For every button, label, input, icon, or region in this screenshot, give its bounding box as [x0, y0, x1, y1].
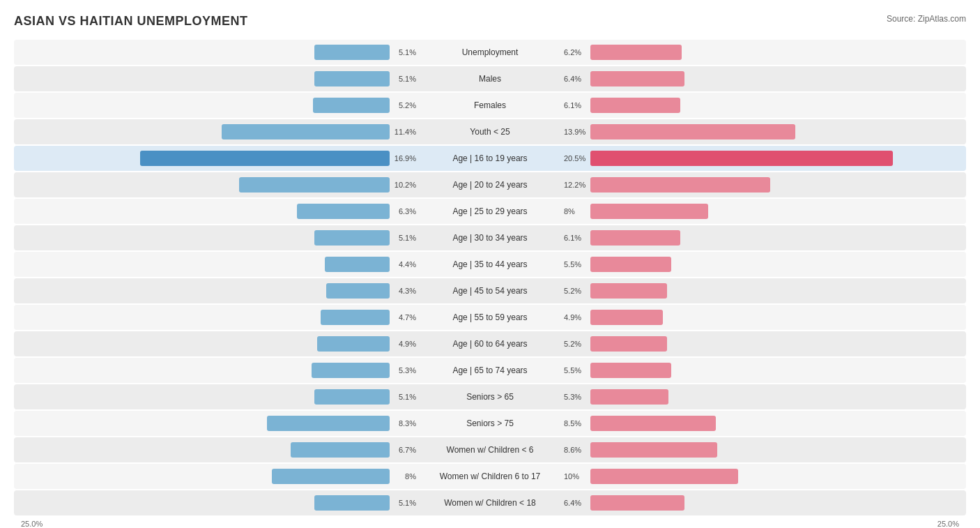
- bar-left-container: [21, 283, 390, 299]
- row-label: Males: [420, 74, 560, 84]
- left-value: 4.4%: [390, 260, 416, 269]
- bar-right-container: [590, 363, 959, 378]
- left-value: 4.7%: [390, 313, 416, 322]
- right-section: 13.9%: [560, 124, 959, 139]
- row-label: Age | 30 to 34 years: [420, 233, 560, 243]
- left-section: 4.4%: [21, 257, 420, 272]
- bar-right-container: [590, 71, 959, 86]
- left-section: 8%: [21, 469, 420, 484]
- bar-left-container: [21, 177, 390, 193]
- table-row: 5.1% Unemployment 6.2%: [14, 40, 966, 65]
- bar-haitian: [590, 71, 684, 86]
- row-layout: 5.3% Age | 65 to 74 years 5.5%: [14, 358, 966, 383]
- right-value: 12.2%: [564, 181, 590, 189]
- chart-source: Source: ZipAtlas.com: [887, 14, 966, 24]
- bar-haitian: [590, 124, 795, 139]
- bar-haitian: [590, 230, 680, 246]
- row-layout: 16.9% Age | 16 to 19 years 20.5%: [14, 146, 966, 171]
- bar-haitian: [590, 257, 671, 272]
- table-row: 11.4% Youth < 25 13.9%: [14, 119, 966, 144]
- bar-asian: [314, 495, 390, 511]
- row-layout: 4.3% Age | 45 to 54 years 5.2%: [14, 278, 966, 303]
- right-value: 5.2%: [564, 287, 590, 295]
- bar-right-container: [590, 442, 959, 458]
- table-row: 5.3% Age | 65 to 74 years 5.5%: [14, 358, 966, 383]
- row-layout: 5.1% Women w/ Children < 18 6.4%: [14, 490, 966, 515]
- left-section: 6.7%: [21, 442, 420, 458]
- left-value: 4.3%: [390, 287, 416, 295]
- table-row: 16.9% Age | 16 to 19 years 20.5%: [14, 146, 966, 171]
- right-section: 8%: [560, 204, 959, 219]
- right-value: 6.1%: [564, 234, 590, 242]
- bar-asian: [312, 363, 390, 378]
- bar-left-container: [21, 45, 390, 60]
- row-label: Unemployment: [420, 47, 560, 57]
- right-section: 6.2%: [560, 45, 959, 60]
- bar-left-container: [21, 363, 390, 378]
- right-value: 8%: [564, 207, 590, 216]
- row-label: Age | 25 to 29 years: [420, 206, 560, 216]
- bar-asian: [314, 45, 390, 60]
- row-label: Women w/ Children < 6: [420, 445, 560, 455]
- bar-right-container: [590, 336, 959, 352]
- right-section: 5.5%: [560, 363, 959, 378]
- bar-right-container: [590, 177, 959, 193]
- right-section: 6.1%: [560, 230, 959, 246]
- row-layout: 11.4% Youth < 25 13.9%: [14, 119, 966, 144]
- table-row: 10.2% Age | 20 to 24 years 12.2%: [14, 172, 966, 197]
- bar-asian: [317, 336, 390, 352]
- left-value: 8.3%: [390, 419, 416, 428]
- bar-right-container: [590, 495, 959, 511]
- left-section: 5.3%: [21, 363, 420, 378]
- row-label: Age | 65 to 74 years: [420, 365, 560, 375]
- right-section: 5.3%: [560, 389, 959, 405]
- row-label: Age | 45 to 54 years: [420, 286, 560, 296]
- bar-left-container: [21, 151, 390, 166]
- right-value: 6.1%: [564, 101, 590, 110]
- bar-asian: [325, 257, 390, 272]
- bar-right-container: [590, 257, 959, 272]
- bar-asian: [272, 469, 390, 484]
- left-section: 5.1%: [21, 389, 420, 405]
- bar-haitian: [590, 442, 717, 458]
- row-layout: 4.7% Age | 55 to 59 years 4.9%: [14, 305, 966, 330]
- bar-right-container: [590, 283, 959, 299]
- bar-left-container: [21, 204, 390, 219]
- row-label: Age | 60 to 64 years: [420, 339, 560, 349]
- bar-left-container: [21, 469, 390, 484]
- right-value: 8.5%: [564, 419, 590, 428]
- left-section: 5.2%: [21, 98, 420, 113]
- left-value: 5.1%: [390, 393, 416, 401]
- row-layout: 5.1% Seniors > 65 5.3%: [14, 384, 966, 409]
- table-row: 6.3% Age | 25 to 29 years 8%: [14, 199, 966, 224]
- left-value: 5.2%: [390, 101, 416, 110]
- bar-haitian: [590, 283, 667, 299]
- right-value: 6.4%: [564, 499, 590, 507]
- left-section: 10.2%: [21, 177, 420, 193]
- bar-haitian: [590, 151, 893, 166]
- scale-row: 25.0% 25.0%: [14, 517, 966, 528]
- table-row: 8% Women w/ Children 6 to 17 10%: [14, 464, 966, 489]
- bar-right-container: [590, 124, 959, 139]
- left-section: 5.1%: [21, 495, 420, 511]
- left-value: 6.3%: [390, 207, 416, 216]
- row-layout: 6.3% Age | 25 to 29 years 8%: [14, 199, 966, 224]
- table-row: 5.2% Females 6.1%: [14, 93, 966, 118]
- chart-body: 5.1% Unemployment 6.2% 5.1% Males 6.4%: [14, 40, 966, 515]
- left-value: 4.9%: [390, 340, 416, 348]
- row-layout: 4.9% Age | 60 to 64 years 5.2%: [14, 331, 966, 356]
- table-row: 5.1% Age | 30 to 34 years 6.1%: [14, 225, 966, 250]
- left-section: 5.1%: [21, 71, 420, 86]
- bar-haitian: [590, 469, 738, 484]
- row-layout: 5.1% Age | 30 to 34 years 6.1%: [14, 225, 966, 250]
- bar-left-container: [21, 416, 390, 431]
- right-section: 6.4%: [560, 71, 959, 86]
- row-layout: 4.4% Age | 35 to 44 years 5.5%: [14, 252, 966, 277]
- bar-haitian: [590, 177, 770, 193]
- bar-haitian: [590, 45, 682, 60]
- scale-right: 25.0%: [937, 520, 959, 528]
- table-row: 5.1% Women w/ Children < 18 6.4%: [14, 490, 966, 515]
- bar-asian: [314, 71, 390, 86]
- bar-haitian: [590, 98, 680, 113]
- right-section: 5.2%: [560, 336, 959, 352]
